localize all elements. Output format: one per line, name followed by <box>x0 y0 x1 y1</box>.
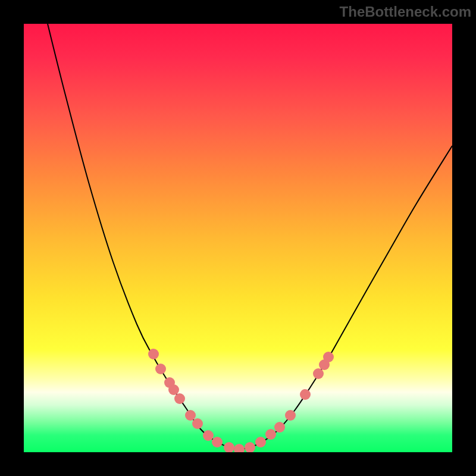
data-marker <box>203 430 214 441</box>
data-marker <box>212 437 223 447</box>
curve-markers <box>148 349 334 452</box>
data-marker <box>148 349 159 359</box>
data-marker <box>224 442 234 452</box>
data-marker <box>274 422 285 433</box>
curve-right-branch <box>238 146 452 449</box>
chart-svg <box>24 24 452 452</box>
data-marker <box>185 410 196 421</box>
data-marker <box>265 429 276 440</box>
data-marker <box>300 389 311 400</box>
curve-left-branch <box>48 24 238 449</box>
data-marker <box>155 364 166 374</box>
data-marker <box>168 384 179 395</box>
data-marker <box>192 418 203 429</box>
data-marker <box>245 442 255 452</box>
watermark-text: TheBottleneck.com <box>340 4 471 20</box>
chart-plot-area <box>24 24 452 452</box>
data-marker <box>285 410 296 421</box>
data-marker <box>234 444 245 452</box>
data-marker <box>323 352 334 362</box>
data-marker <box>174 393 185 404</box>
data-marker <box>255 437 266 447</box>
data-marker <box>313 368 324 379</box>
